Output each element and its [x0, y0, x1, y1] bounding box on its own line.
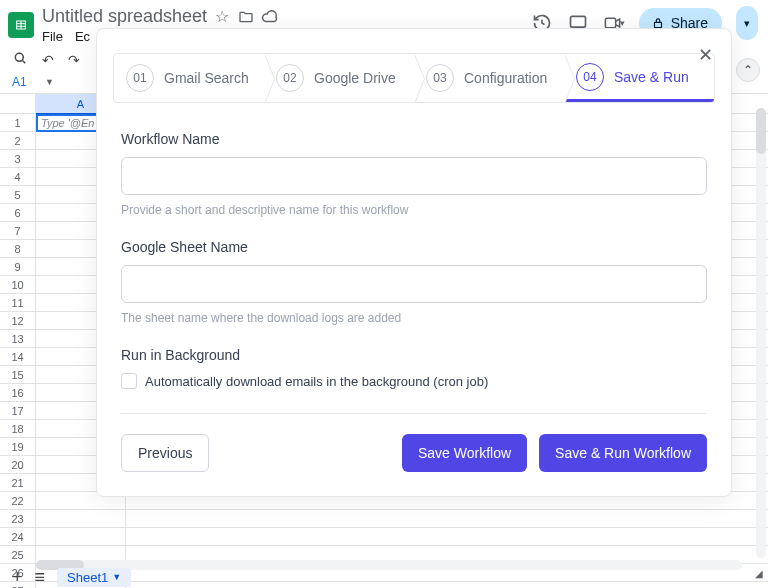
row-header[interactable]: 23: [0, 510, 36, 528]
step-label: Save & Run: [614, 69, 689, 85]
row-header[interactable]: 10: [0, 276, 36, 294]
background-checkbox-label: Automatically download emails in the bac…: [145, 374, 488, 389]
explore-icon[interactable]: ◢: [752, 566, 766, 580]
chevron-down-icon: ▼: [45, 77, 54, 87]
svg-rect-6: [605, 18, 615, 28]
save-run-workflow-button[interactable]: Save & Run Workflow: [539, 434, 707, 472]
star-icon[interactable]: ☆: [213, 8, 231, 26]
row-header[interactable]: 16: [0, 384, 36, 402]
row-header[interactable]: 20: [0, 456, 36, 474]
name-box-value: A1: [12, 75, 27, 89]
row-header[interactable]: 3: [0, 150, 36, 168]
sheet-name-help: The sheet name where the download logs a…: [121, 311, 707, 325]
step-label: Gmail Search: [164, 70, 249, 86]
step-number: 03: [426, 64, 454, 92]
background-label: Run in Background: [121, 347, 707, 363]
svg-rect-7: [654, 22, 661, 27]
all-sheets-icon[interactable]: ≡: [35, 567, 46, 588]
step-label: Configuration: [464, 70, 547, 86]
collapse-toolbar-icon[interactable]: ⌃: [736, 58, 760, 82]
chevron-down-icon: ▼: [112, 572, 121, 582]
sheets-logo[interactable]: [8, 12, 34, 38]
background-checkbox[interactable]: [121, 373, 137, 389]
sheet-name-input[interactable]: [121, 265, 707, 303]
row-header[interactable]: 11: [0, 294, 36, 312]
row-header[interactable]: 1: [0, 114, 36, 132]
workflow-name-input[interactable]: [121, 157, 707, 195]
share-dropdown[interactable]: ▾: [736, 6, 758, 40]
sheet-tab-label: Sheet1: [67, 570, 108, 585]
row-header[interactable]: 6: [0, 204, 36, 222]
stepper: 01 Gmail Search 02 Google Drive 03 Confi…: [113, 53, 715, 103]
workflow-name-help: Provide a short and descriptive name for…: [121, 203, 707, 217]
row-header[interactable]: 4: [0, 168, 36, 186]
step-label: Google Drive: [314, 70, 396, 86]
row-header[interactable]: 5: [0, 186, 36, 204]
sheet-tab-1[interactable]: Sheet1 ▼: [57, 568, 131, 587]
sheet-name-label: Google Sheet Name: [121, 239, 707, 255]
row-header[interactable]: 15: [0, 366, 36, 384]
row-header[interactable]: 12: [0, 312, 36, 330]
previous-button[interactable]: Previous: [121, 434, 209, 472]
row-header[interactable]: 25: [0, 546, 36, 564]
select-all-corner[interactable]: [0, 94, 36, 114]
name-box[interactable]: A1 ▼: [6, 75, 54, 89]
row-header[interactable]: 24: [0, 528, 36, 546]
undo-icon[interactable]: ↶: [42, 52, 54, 68]
move-icon[interactable]: [237, 8, 255, 26]
row-header[interactable]: 21: [0, 474, 36, 492]
menu-file[interactable]: File: [42, 29, 63, 44]
row-header[interactable]: 18: [0, 420, 36, 438]
row-header[interactable]: 19: [0, 438, 36, 456]
row-header[interactable]: 9: [0, 258, 36, 276]
step-number: 04: [576, 63, 604, 91]
cell[interactable]: [36, 510, 126, 528]
row-header[interactable]: 8: [0, 240, 36, 258]
search-menu-icon[interactable]: [12, 50, 28, 69]
svg-rect-5: [570, 16, 585, 27]
row-header[interactable]: 14: [0, 348, 36, 366]
row-header[interactable]: 2: [0, 132, 36, 150]
menu-edit-truncated[interactable]: Ec: [75, 29, 90, 44]
add-sheet-icon[interactable]: +: [12, 567, 23, 588]
svg-point-8: [15, 53, 23, 61]
redo-icon[interactable]: ↷: [68, 52, 80, 68]
row-header[interactable]: 22: [0, 492, 36, 510]
step-save-run[interactable]: 04 Save & Run: [564, 54, 714, 102]
horizontal-scrollbar[interactable]: [36, 560, 742, 570]
step-google-drive[interactable]: 02 Google Drive: [264, 54, 414, 102]
cloud-status-icon[interactable]: [261, 8, 279, 26]
workflow-modal: ✕ 01 Gmail Search 02 Google Drive 03 Con…: [96, 28, 732, 497]
cell[interactable]: [36, 528, 126, 546]
vertical-scrollbar[interactable]: [756, 108, 766, 558]
step-gmail-search[interactable]: 01 Gmail Search: [114, 54, 264, 102]
doc-title[interactable]: Untitled spreadsheet: [42, 6, 207, 27]
row-header[interactable]: 7: [0, 222, 36, 240]
row-header[interactable]: 17: [0, 402, 36, 420]
workflow-name-label: Workflow Name: [121, 131, 707, 147]
row-header[interactable]: 13: [0, 330, 36, 348]
save-workflow-button[interactable]: Save Workflow: [402, 434, 527, 472]
step-number: 02: [276, 64, 304, 92]
divider: [121, 413, 707, 414]
step-configuration[interactable]: 03 Configuration: [414, 54, 564, 102]
step-number: 01: [126, 64, 154, 92]
